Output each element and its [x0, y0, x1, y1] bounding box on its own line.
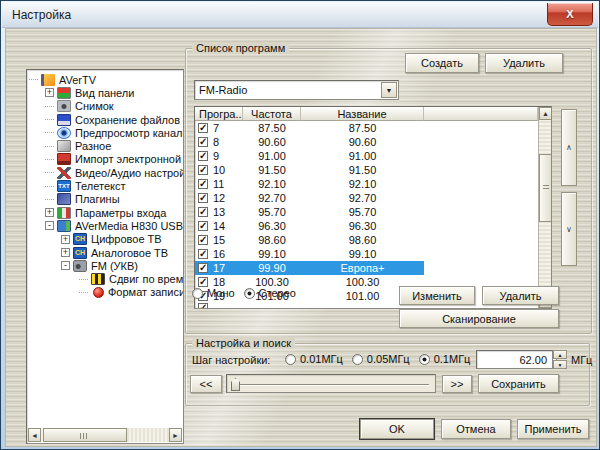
tree-item[interactable]: Формат записи — [27, 286, 183, 299]
frequency-cell: 99.90 — [243, 261, 301, 275]
expand-plus-icon[interactable]: + — [61, 248, 70, 257]
move-up-button[interactable]: ∧ — [561, 109, 577, 186]
slider-thumb[interactable] — [231, 378, 240, 391]
audio-mode-radio[interactable]: Моно — [192, 287, 235, 299]
tree-scrollbar-thumb[interactable] — [43, 428, 127, 442]
table-row[interactable]: ✓1699.1099.10 — [195, 247, 551, 261]
audio-mode-radio-label: Стерео — [259, 287, 296, 299]
table-row[interactable]: ✓1799.90Европа+ — [195, 261, 551, 275]
spin-up-button[interactable]: ▲ — [553, 350, 567, 359]
spin-down-button[interactable]: ▼ — [553, 360, 567, 369]
row-checkbox[interactable]: ✓ — [198, 263, 208, 273]
tree-horizontal-scrollbar[interactable]: ◄ ► — [28, 428, 182, 442]
frequency-cell: 91.50 — [243, 163, 301, 177]
column-header[interactable]: Програ... — [195, 107, 243, 121]
row-checkbox[interactable]: ✓ — [198, 207, 208, 217]
frequency-cell: 98.60 — [243, 233, 301, 247]
tuning-step-radio[interactable]: 0.1МГц — [419, 353, 471, 365]
tuning-step-radio[interactable]: 0.05МГц — [352, 353, 410, 365]
table-row[interactable]: ✓1598.6098.60 — [195, 233, 551, 247]
edit-button[interactable]: Изменить — [399, 286, 475, 305]
delete-row-button[interactable]: Удалить — [482, 286, 559, 305]
row-checkbox[interactable]: ✓ — [198, 277, 208, 287]
scan-button[interactable]: Сканирование — [399, 309, 559, 328]
tree-item[interactable]: Снимок — [27, 100, 183, 113]
tree-item[interactable]: +Параметры входа — [27, 206, 183, 219]
move-down-button[interactable]: ∨ — [561, 192, 577, 266]
step-forward-button[interactable]: >> — [442, 375, 472, 393]
tree-item[interactable]: Плагины — [27, 193, 183, 206]
scroll-left-arrow-icon[interactable]: ◄ — [28, 428, 41, 442]
tree-item[interactable]: AVerTV — [27, 73, 183, 86]
collapse-minus-icon[interactable]: - — [45, 221, 54, 230]
tree-item-label: Телетекст — [75, 180, 126, 192]
tree-item[interactable]: Видео/Аудио настройки — [27, 166, 183, 179]
scroll-up-arrow-icon[interactable]: ▲ — [539, 107, 552, 120]
tree-connector — [45, 132, 54, 133]
row-checkbox[interactable]: ✓ — [198, 165, 208, 175]
row-checkbox[interactable]: ✓ — [198, 303, 208, 308]
program-number: 10 — [213, 164, 225, 176]
audio-mode-radio[interactable]: Стерео — [244, 287, 296, 299]
frequency-cell: 96.30 — [243, 219, 301, 233]
close-button[interactable]: X — [547, 3, 593, 26]
titlebar[interactable]: Настройка X — [2, 2, 598, 28]
frequency-slider[interactable] — [226, 374, 436, 393]
tree-scrollbar-track[interactable] — [41, 428, 169, 442]
expand-plus-icon[interactable]: + — [61, 235, 70, 244]
expand-plus-icon[interactable]: + — [45, 88, 54, 97]
tree-item[interactable]: Импорт электронной прог — [27, 153, 183, 166]
row-checkbox[interactable]: ✓ — [198, 235, 208, 245]
table-row[interactable]: ✓1091.5091.50 — [195, 163, 551, 177]
program-number-cell: ✓17 — [195, 261, 243, 275]
program-number: 17 — [213, 262, 225, 274]
tree-item[interactable]: +CHЦифровое ТВ — [27, 233, 183, 246]
tree-item[interactable]: +CHАналоговое ТВ — [27, 246, 183, 259]
table-row[interactable]: ✓991.0091.00 — [195, 149, 551, 163]
row-checkbox[interactable]: ✓ — [198, 123, 208, 133]
tree-item[interactable]: Разное — [27, 139, 183, 152]
ok-button[interactable]: OK — [360, 419, 434, 439]
table-row[interactable]: ✓1395.7095.70 — [195, 205, 551, 219]
row-checkbox[interactable]: ✓ — [198, 151, 208, 161]
frequency-value-field[interactable]: 62.00 — [476, 350, 553, 369]
column-header[interactable]: Название — [301, 107, 424, 121]
tree-item[interactable]: +Вид панели — [27, 86, 183, 99]
tree-item[interactable]: Предпросмотр каналов — [27, 126, 183, 139]
tree-connector — [79, 292, 88, 293]
tree-item-label: Параметры входа — [75, 207, 166, 219]
collapse-minus-icon[interactable]: - — [61, 261, 70, 270]
frequency-cell: 90.60 — [243, 135, 301, 149]
program-group-combobox[interactable]: FM-Radio ▼ — [194, 80, 399, 100]
row-checkbox[interactable]: ✓ — [198, 249, 208, 259]
table-row[interactable]: ✓1496.3096.30 — [195, 219, 551, 233]
table-vertical-scrollbar[interactable]: ▲ ▼ — [538, 107, 551, 308]
tree-item[interactable]: Сдвиг по времени — [27, 272, 183, 285]
scroll-right-arrow-icon[interactable]: ► — [169, 428, 182, 442]
apply-button[interactable]: Применить — [517, 419, 589, 439]
tree-item[interactable]: -AVerMedia H830 USB Hybri — [27, 219, 183, 232]
column-header[interactable] — [424, 107, 538, 121]
row-checkbox[interactable]: ✓ — [198, 193, 208, 203]
tree-item[interactable]: Сохранение файлов — [27, 113, 183, 126]
table-row[interactable]: ✓1292.7092.70 — [195, 191, 551, 205]
row-checkbox[interactable]: ✓ — [198, 137, 208, 147]
cancel-button[interactable]: Отмена — [441, 419, 511, 439]
delete-button[interactable]: Удалить — [485, 53, 563, 73]
table-row[interactable]: ✓787.5087.50 — [195, 121, 551, 135]
tree-item[interactable]: TXTТелетекст — [27, 179, 183, 192]
expand-plus-icon[interactable]: + — [45, 208, 54, 217]
row-checkbox[interactable]: ✓ — [198, 179, 208, 189]
combo-dropdown-arrow-icon[interactable]: ▼ — [381, 82, 397, 98]
column-header[interactable]: Частота — [243, 107, 301, 121]
step-back-button[interactable]: << — [190, 375, 222, 393]
tuning-step-radio[interactable]: 0.01МГц — [285, 353, 343, 365]
table-scrollbar-thumb[interactable] — [539, 154, 552, 222]
teletext-icon: TXT — [57, 180, 71, 192]
save-button[interactable]: Сохранить — [478, 374, 559, 393]
table-row[interactable]: ✓1192.1092.10 — [195, 177, 551, 191]
row-checkbox[interactable]: ✓ — [198, 221, 208, 231]
create-button[interactable]: Создать — [405, 53, 479, 73]
tree-item[interactable]: -FM (УКВ) — [27, 259, 183, 272]
table-row[interactable]: ✓890.6090.60 — [195, 135, 551, 149]
